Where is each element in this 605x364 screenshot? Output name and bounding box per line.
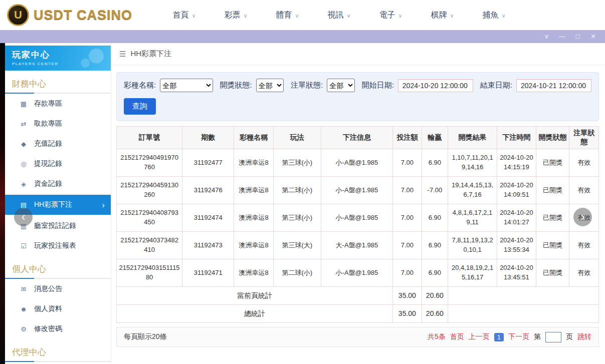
- nav-item-4[interactable]: 電子∨: [365, 10, 417, 21]
- cell-bet-info: 小-A盤@1.985: [321, 177, 392, 204]
- cell-order-status: 有效: [569, 149, 599, 177]
- cell-win-loss: 6.90: [422, 259, 448, 287]
- nav-item-label: 捕魚: [482, 10, 498, 21]
- cell-order-no: 2152172940373482410: [117, 232, 182, 259]
- chevron-right-icon: ›: [581, 210, 585, 224]
- start-date-input[interactable]: [398, 79, 473, 92]
- cell-play-type: 第二球(小): [273, 177, 321, 204]
- funds-icon: ◈: [20, 180, 28, 188]
- table-row: 215217294049197076031192477澳洲幸运8第三球(小)小-…: [117, 149, 599, 177]
- nav-item-0[interactable]: 首頁∨: [158, 10, 210, 21]
- sidebar-item[interactable]: ☻個人資料: [5, 299, 111, 319]
- sidebar: 玩家中心 PLAYERS CENTER 財務中心▦存款專區⇄取款專區◆充值記錄◎…: [5, 43, 111, 364]
- bell-icon: ✉: [20, 285, 28, 293]
- nav-item-6[interactable]: 捕魚∨: [468, 10, 520, 21]
- app-window: 玩家中心 PLAYERS CENTER 財務中心▦存款專區⇄取款專區◆充值記錄◎…: [0, 43, 605, 364]
- sidebar-item[interactable]: ✉消息公告: [5, 279, 111, 299]
- order-status-select[interactable]: 全部: [327, 79, 354, 92]
- pagination-controls: 共5条 首页 上一页 1 下一页 第 页 跳转: [428, 332, 591, 342]
- sidebar-item-label: 消息公告: [34, 284, 62, 293]
- cell-period: 31192476: [182, 177, 234, 204]
- cell-bet-info: 小-A盤@1.985: [321, 149, 392, 177]
- cell-order-no: 2152172940315111580: [117, 259, 182, 287]
- sidebar-item[interactable]: ☑玩家投注報表: [5, 236, 111, 256]
- table-row: 215217294045913026031192476澳洲幸运8第二球(小)小-…: [117, 177, 599, 204]
- sidebar-item[interactable]: ◎提現記錄: [5, 154, 111, 174]
- col-header-4: 下注信息: [321, 127, 392, 149]
- carousel-next-button[interactable]: ›: [573, 208, 592, 226]
- sidebar-item[interactable]: ⇄取款專區: [5, 114, 111, 134]
- lottery-filter-label: 彩種名稱:: [124, 81, 156, 90]
- jump-button[interactable]: 跳转: [577, 332, 591, 341]
- first-page-link[interactable]: 首页: [450, 332, 464, 341]
- cell-order-status: 有效: [569, 177, 599, 204]
- sidebar-item-label: 充值記錄: [34, 139, 62, 148]
- nav-item-label: 首頁: [172, 10, 188, 21]
- current-page[interactable]: 1: [494, 333, 504, 341]
- nav-item-1[interactable]: 彩票∨: [210, 10, 262, 21]
- cell-draw-result: 4,8,1,6,17,2,19,11: [448, 204, 497, 232]
- col-header-10: 注單狀態: [569, 127, 599, 149]
- nav-item-2[interactable]: 體育∨: [262, 10, 313, 21]
- bet-table: 訂單號期數彩種名稱玩法下注信息投注額輸贏開獎結果下注時間開獎狀態注單狀態 215…: [116, 126, 599, 323]
- cell-bet-amount: 7.00: [393, 149, 422, 177]
- carousel-prev-button[interactable]: ‹: [14, 208, 33, 226]
- nav-item-label: 棋牌: [431, 10, 447, 21]
- page-total-win: 20.60: [422, 287, 448, 305]
- draw-status-select[interactable]: 全部: [256, 79, 284, 92]
- cell-lottery-name: 澳洲幸运8: [234, 232, 274, 259]
- cell-win-loss: 6.90: [422, 232, 448, 259]
- cell-bet-time: 2024-10-20 13:55:34: [497, 232, 536, 259]
- sidebar-item[interactable]: ◈資金記錄: [5, 174, 111, 194]
- cell-lottery-name: 澳洲幸运8: [234, 177, 274, 204]
- minimize-icon[interactable]: —: [554, 30, 570, 43]
- cell-period: 31192471: [182, 259, 234, 287]
- search-button[interactable]: 查詢: [124, 98, 156, 115]
- sidebar-item[interactable]: ◆充值記錄: [5, 134, 111, 154]
- nav-item-3[interactable]: 視訊∨: [313, 10, 365, 21]
- nav-item-label: 電子: [379, 10, 395, 21]
- page-total-row: 當前頁統計35.0020.60: [117, 287, 599, 305]
- col-header-8: 下注時間: [497, 127, 536, 149]
- col-header-2: 彩種名稱: [234, 127, 274, 149]
- end-date-input[interactable]: [516, 79, 591, 92]
- cell-bet-time: 2024-10-20 14:01:27: [497, 204, 536, 232]
- main-nav: 首頁∨彩票∨體育∨視訊∨電子∨棋牌∨捕魚∨: [158, 10, 520, 21]
- sidebar-item-label: 提現記錄: [34, 159, 62, 168]
- cell-order-status: 有效: [569, 232, 599, 259]
- lottery-select[interactable]: 全部: [160, 79, 213, 92]
- logo[interactable]: U USDT CASINO: [7, 4, 132, 26]
- chevron-down-icon[interactable]: ∨: [539, 30, 554, 43]
- player-center-subtitle: PLAYERS CENTER: [12, 62, 104, 66]
- per-page-label: 每頁顯示20條: [124, 332, 167, 341]
- sidebar-item-label: 個人資料: [34, 304, 62, 313]
- sidebar-item-label: 取款專區: [34, 119, 62, 128]
- sidebar-item-label: 修改密碼: [34, 324, 62, 333]
- cell-bet-info: 大-A盤@1.985: [321, 232, 392, 259]
- maximize-icon[interactable]: □: [570, 30, 585, 43]
- report-icon: ☑: [20, 242, 28, 250]
- cell-bet-amount: 7.00: [393, 232, 422, 259]
- prev-page-link[interactable]: 上一页: [469, 332, 490, 341]
- table-row: 215217294037348241031192473澳洲幸运8第三球(大)大-…: [117, 232, 599, 259]
- recharge-icon: ◆: [20, 140, 28, 148]
- end-date-label: 結束日期:: [480, 81, 512, 90]
- chevron-down-icon: ∨: [501, 13, 505, 19]
- pagination-bar: 每頁顯示20條 共5条 首页 上一页 1 下一页 第 页 跳转: [116, 327, 599, 347]
- sidebar-item-label: HH彩票下注: [34, 200, 72, 209]
- chevron-right-icon: ›: [102, 201, 105, 209]
- sidebar-item[interactable]: ▦存款專區: [5, 94, 111, 114]
- nav-item-label: 視訊: [327, 10, 343, 21]
- close-icon[interactable]: ×: [585, 30, 601, 43]
- page-title: HH彩票下注: [130, 49, 171, 59]
- main-content: ☰ HH彩票下注 彩種名稱: 全部 開獎狀態: 全部 注單狀態: 全部 開始日期…: [111, 43, 605, 364]
- cell-draw-result: 1,10,7,11,20,19,14,16: [448, 149, 497, 177]
- profile-icon: ☻: [20, 305, 28, 313]
- next-page-link[interactable]: 下一页: [508, 332, 529, 341]
- col-header-1: 期數: [182, 127, 234, 149]
- page-jump-input[interactable]: [545, 332, 561, 342]
- nav-item-5[interactable]: 棋牌∨: [417, 10, 468, 21]
- sidebar-item[interactable]: ⚙修改密碼: [5, 319, 111, 339]
- page-total-empty-cell: [448, 287, 599, 305]
- password-icon: ⚙: [20, 325, 28, 333]
